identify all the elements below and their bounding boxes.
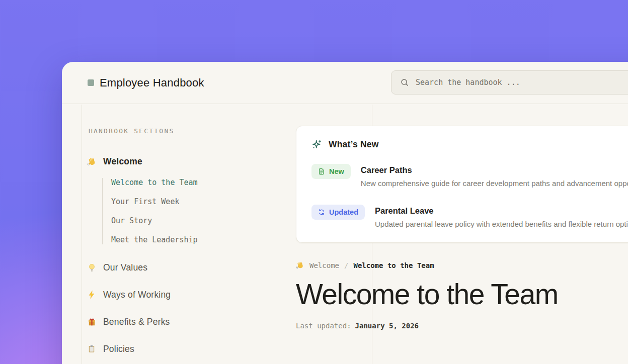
sidebar-heading: HANDBOOK SECTIONS	[89, 127, 278, 135]
news-item-text: Parental Leave Updated parental leave po…	[375, 205, 628, 228]
news-item-text: Career Paths New comprehensive guide for…	[361, 164, 628, 188]
news-item-title: Career Paths	[361, 165, 628, 175]
breadcrumb: Welcome / Welcome to the Team	[296, 261, 628, 269]
bolt-icon	[87, 290, 97, 299]
sidebar-item-welcome[interactable]: Welcome	[87, 156, 278, 167]
news-item-description: Updated parental leave policy with exten…	[375, 220, 628, 228]
logo-square-icon	[88, 79, 94, 86]
badge-label: Updated	[329, 208, 358, 216]
whats-new-card: What’s New New Career Paths New comprehe…	[296, 126, 628, 243]
bulb-icon	[87, 263, 97, 272]
sidebar-subitem-our-story[interactable]: Our Story	[103, 216, 278, 225]
gift-icon	[87, 317, 97, 327]
updated-badge: Updated	[311, 205, 365, 220]
sidebar-item-benefits-perks[interactable]: Benefits & Perks	[87, 316, 278, 327]
sidebar-item-ways-of-working[interactable]: Ways of Working	[87, 289, 278, 300]
document-icon	[318, 168, 325, 175]
badge-label: New	[329, 167, 344, 175]
app-window: Employee Handbook HANDBOOK SECTIONS	[62, 62, 628, 364]
sidebar-item-label: Policies	[103, 344, 134, 354]
new-badge: New	[311, 164, 351, 179]
sidebar-sublist-welcome: Welcome to the Team Your First Week Our …	[102, 178, 278, 244]
sidebar-item-label: Benefits & Perks	[103, 317, 170, 327]
app-title: Employee Handbook	[100, 76, 204, 89]
search-icon	[400, 78, 409, 87]
breadcrumb-current: Welcome to the Team	[353, 261, 434, 269]
refresh-icon	[318, 209, 325, 216]
app-header: Employee Handbook	[62, 62, 628, 104]
last-updated: Last updated:January 5, 2026	[296, 322, 628, 330]
sidebar-subitem-welcome-to-the-team[interactable]: Welcome to the Team	[103, 178, 278, 187]
sidebar-item-our-values[interactable]: Our Values	[87, 262, 278, 273]
page-title: Welcome to the Team	[296, 280, 628, 310]
breadcrumb-section[interactable]: Welcome	[309, 261, 339, 269]
news-item-description: New comprehensive guide for career devel…	[361, 179, 628, 188]
last-updated-value: January 5, 2026	[355, 322, 419, 330]
sidebar-item-policies[interactable]: Policies	[87, 343, 278, 354]
wave-icon	[296, 261, 304, 269]
sparkle-icon	[311, 139, 322, 150]
sidebar-subitem-your-first-week[interactable]: Your First Week	[103, 197, 278, 206]
search-box[interactable]	[391, 70, 628, 95]
news-item-parental-leave[interactable]: Updated Parental Leave Updated parental …	[311, 205, 628, 228]
sidebar-item-label: Our Values	[103, 262, 147, 273]
clipboard-icon	[87, 344, 97, 353]
whats-new-header: What’s New	[311, 139, 628, 150]
sidebar: HANDBOOK SECTIONS Welcome Wel	[87, 127, 278, 354]
last-updated-label: Last updated:	[296, 322, 351, 330]
whats-new-title: What’s New	[329, 139, 379, 150]
breadcrumb-separator: /	[344, 261, 348, 269]
news-item-career-paths[interactable]: New Career Paths New comprehensive guide…	[311, 164, 628, 188]
search-input[interactable]	[416, 78, 628, 87]
sidebar-item-label: Welcome	[103, 156, 142, 167]
sidebar-item-label: Ways of Working	[103, 290, 171, 300]
sidebar-subitem-meet-the-leadership[interactable]: Meet the Leadership	[103, 235, 278, 244]
column-divider-left	[82, 105, 82, 364]
news-item-title: Parental Leave	[375, 206, 628, 216]
wave-icon	[87, 157, 97, 166]
main-content: What’s New New Career Paths New comprehe…	[296, 126, 628, 330]
